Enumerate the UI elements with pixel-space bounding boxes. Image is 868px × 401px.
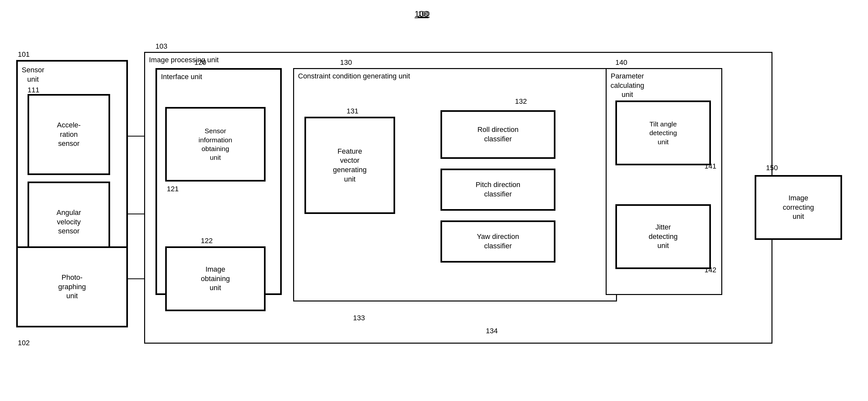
ref-102: 102 <box>18 339 30 347</box>
diagram: 100 101 Sensor unit 111 Accele- ration s… <box>0 0 868 401</box>
image-obtaining-label: Image obtaining unit <box>201 265 229 293</box>
image-processing-unit-label: Image processing unit <box>149 55 219 65</box>
sensor-unit-label: Sensor unit <box>22 65 44 84</box>
ref-111: 111 <box>28 86 39 94</box>
ref-140: 140 <box>615 58 627 67</box>
ref-131: 131 <box>346 107 359 115</box>
ref-130: 130 <box>340 58 352 67</box>
ref-133: 133 <box>353 314 365 322</box>
ref-100-label: 100 <box>414 9 429 19</box>
jitter-detecting-box: Jitter detecting unit <box>615 204 711 269</box>
sensor-info-obtaining-label: Sensor information obtaining unit <box>198 126 232 162</box>
parameter-calculating-label: Parameter calculating unit <box>611 71 644 99</box>
ref-150: 150 <box>766 164 778 172</box>
ref-132: 132 <box>515 97 527 106</box>
image-correcting-label: Image correcting unit <box>783 194 814 221</box>
acceleration-sensor-label: Accele- ration sensor <box>57 121 81 148</box>
image-correcting-box: Image correcting unit <box>755 175 842 240</box>
roll-direction-label: Roll direction classifier <box>477 125 519 144</box>
pitch-direction-label: Pitch direction classifier <box>475 180 520 199</box>
acceleration-sensor-box: Accele- ration sensor <box>28 94 110 175</box>
roll-direction-box: Roll direction classifier <box>440 110 555 159</box>
yaw-direction-box: Yaw direction classifier <box>440 221 555 263</box>
photographing-unit-label: Photo- graphing unit <box>58 273 86 301</box>
feature-vector-box: Feature vector generating unit <box>305 117 395 214</box>
interface-unit-label: Interface unit <box>161 72 202 82</box>
tilt-angle-box: Tilt angle detecting unit <box>615 101 711 165</box>
ref-121: 121 <box>167 185 179 193</box>
photographing-unit-box: Photo- graphing unit <box>16 247 128 327</box>
feature-vector-label: Feature vector generating unit <box>333 147 367 184</box>
sensor-info-obtaining-box: Sensor information obtaining unit <box>165 107 266 181</box>
ref-101: 101 <box>18 50 30 59</box>
ref-141: 141 <box>705 162 716 171</box>
ref-103: 103 <box>155 42 167 51</box>
angular-velocity-sensor-label: Angular velocity sensor <box>57 208 81 236</box>
ref-134: 134 <box>486 327 498 335</box>
pitch-direction-box: Pitch direction classifier <box>440 169 555 211</box>
image-obtaining-box: Image obtaining unit <box>165 247 266 311</box>
ref-142: 142 <box>705 266 716 274</box>
jitter-detecting-label: Jitter detecting unit <box>649 223 678 251</box>
constraint-condition-label: Constraint condition generating unit <box>298 71 410 81</box>
ref-122: 122 <box>201 237 213 245</box>
yaw-direction-label: Yaw direction classifier <box>477 232 519 251</box>
tilt-angle-label: Tilt angle detecting unit <box>649 120 677 146</box>
ref-120: 120 <box>194 58 206 67</box>
